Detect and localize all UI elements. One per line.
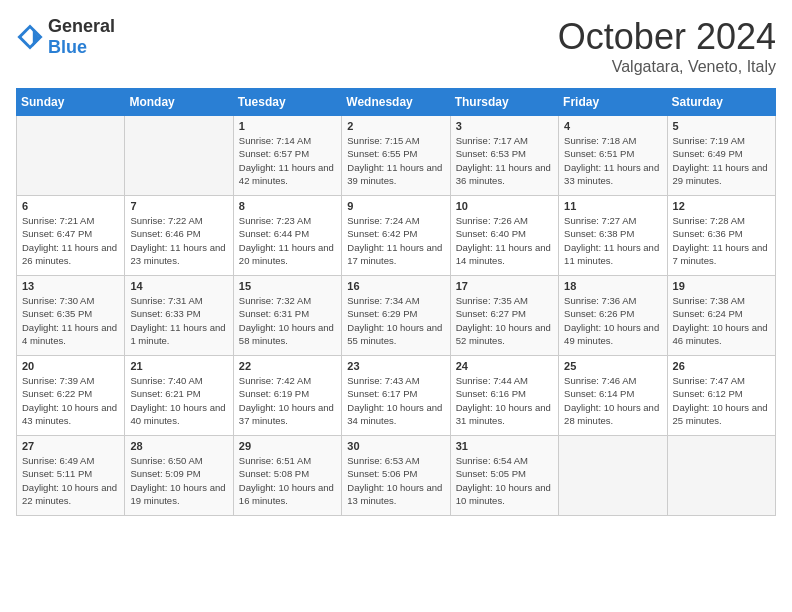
day-number: 7 (130, 200, 227, 212)
calendar-cell: 9Sunrise: 7:24 AM Sunset: 6:42 PM Daylig… (342, 196, 450, 276)
cell-info: Sunrise: 7:39 AM Sunset: 6:22 PM Dayligh… (22, 374, 119, 427)
day-number: 26 (673, 360, 770, 372)
cell-info: Sunrise: 7:19 AM Sunset: 6:49 PM Dayligh… (673, 134, 770, 187)
title-block: October 2024 Valgatara, Veneto, Italy (558, 16, 776, 76)
cell-info: Sunrise: 7:36 AM Sunset: 6:26 PM Dayligh… (564, 294, 661, 347)
calendar-cell (667, 436, 775, 516)
cell-info: Sunrise: 7:34 AM Sunset: 6:29 PM Dayligh… (347, 294, 444, 347)
day-number: 9 (347, 200, 444, 212)
cell-info: Sunrise: 7:43 AM Sunset: 6:17 PM Dayligh… (347, 374, 444, 427)
day-number: 14 (130, 280, 227, 292)
day-number: 3 (456, 120, 553, 132)
calendar-cell: 1Sunrise: 7:14 AM Sunset: 6:57 PM Daylig… (233, 116, 341, 196)
calendar-cell: 25Sunrise: 7:46 AM Sunset: 6:14 PM Dayli… (559, 356, 667, 436)
calendar-cell: 20Sunrise: 7:39 AM Sunset: 6:22 PM Dayli… (17, 356, 125, 436)
calendar-cell: 12Sunrise: 7:28 AM Sunset: 6:36 PM Dayli… (667, 196, 775, 276)
cell-info: Sunrise: 7:35 AM Sunset: 6:27 PM Dayligh… (456, 294, 553, 347)
cell-info: Sunrise: 6:54 AM Sunset: 5:05 PM Dayligh… (456, 454, 553, 507)
calendar-cell (125, 116, 233, 196)
day-number: 21 (130, 360, 227, 372)
header-cell-monday: Monday (125, 89, 233, 116)
cell-info: Sunrise: 7:26 AM Sunset: 6:40 PM Dayligh… (456, 214, 553, 267)
logo: General Blue (16, 16, 115, 58)
calendar-cell: 10Sunrise: 7:26 AM Sunset: 6:40 PM Dayli… (450, 196, 558, 276)
calendar-cell: 30Sunrise: 6:53 AM Sunset: 5:06 PM Dayli… (342, 436, 450, 516)
calendar-cell: 26Sunrise: 7:47 AM Sunset: 6:12 PM Dayli… (667, 356, 775, 436)
cell-info: Sunrise: 7:44 AM Sunset: 6:16 PM Dayligh… (456, 374, 553, 427)
cell-info: Sunrise: 6:49 AM Sunset: 5:11 PM Dayligh… (22, 454, 119, 507)
day-number: 19 (673, 280, 770, 292)
page-header: General Blue October 2024 Valgatara, Ven… (16, 16, 776, 76)
cell-info: Sunrise: 7:15 AM Sunset: 6:55 PM Dayligh… (347, 134, 444, 187)
calendar-cell: 13Sunrise: 7:30 AM Sunset: 6:35 PM Dayli… (17, 276, 125, 356)
logo-blue-text: Blue (48, 37, 87, 57)
calendar-cell: 18Sunrise: 7:36 AM Sunset: 6:26 PM Dayli… (559, 276, 667, 356)
day-number: 18 (564, 280, 661, 292)
header-cell-thursday: Thursday (450, 89, 558, 116)
calendar-cell: 4Sunrise: 7:18 AM Sunset: 6:51 PM Daylig… (559, 116, 667, 196)
day-number: 22 (239, 360, 336, 372)
cell-info: Sunrise: 7:38 AM Sunset: 6:24 PM Dayligh… (673, 294, 770, 347)
calendar-cell: 8Sunrise: 7:23 AM Sunset: 6:44 PM Daylig… (233, 196, 341, 276)
calendar-cell: 16Sunrise: 7:34 AM Sunset: 6:29 PM Dayli… (342, 276, 450, 356)
calendar-cell: 3Sunrise: 7:17 AM Sunset: 6:53 PM Daylig… (450, 116, 558, 196)
calendar-cell: 28Sunrise: 6:50 AM Sunset: 5:09 PM Dayli… (125, 436, 233, 516)
month-title: October 2024 (558, 16, 776, 58)
cell-info: Sunrise: 7:40 AM Sunset: 6:21 PM Dayligh… (130, 374, 227, 427)
day-number: 20 (22, 360, 119, 372)
calendar-table: SundayMondayTuesdayWednesdayThursdayFrid… (16, 88, 776, 516)
calendar-cell (17, 116, 125, 196)
calendar-cell: 29Sunrise: 6:51 AM Sunset: 5:08 PM Dayli… (233, 436, 341, 516)
day-number: 24 (456, 360, 553, 372)
calendar-cell: 7Sunrise: 7:22 AM Sunset: 6:46 PM Daylig… (125, 196, 233, 276)
calendar-week-row: 20Sunrise: 7:39 AM Sunset: 6:22 PM Dayli… (17, 356, 776, 436)
cell-info: Sunrise: 7:46 AM Sunset: 6:14 PM Dayligh… (564, 374, 661, 427)
header-cell-wednesday: Wednesday (342, 89, 450, 116)
cell-info: Sunrise: 7:23 AM Sunset: 6:44 PM Dayligh… (239, 214, 336, 267)
calendar-cell: 14Sunrise: 7:31 AM Sunset: 6:33 PM Dayli… (125, 276, 233, 356)
logo-general-text: General (48, 16, 115, 37)
day-number: 8 (239, 200, 336, 212)
cell-info: Sunrise: 7:17 AM Sunset: 6:53 PM Dayligh… (456, 134, 553, 187)
day-number: 28 (130, 440, 227, 452)
calendar-cell: 17Sunrise: 7:35 AM Sunset: 6:27 PM Dayli… (450, 276, 558, 356)
day-number: 16 (347, 280, 444, 292)
calendar-cell: 19Sunrise: 7:38 AM Sunset: 6:24 PM Dayli… (667, 276, 775, 356)
header-cell-saturday: Saturday (667, 89, 775, 116)
cell-info: Sunrise: 6:53 AM Sunset: 5:06 PM Dayligh… (347, 454, 444, 507)
day-number: 17 (456, 280, 553, 292)
cell-info: Sunrise: 7:18 AM Sunset: 6:51 PM Dayligh… (564, 134, 661, 187)
calendar-cell: 5Sunrise: 7:19 AM Sunset: 6:49 PM Daylig… (667, 116, 775, 196)
day-number: 31 (456, 440, 553, 452)
day-number: 29 (239, 440, 336, 452)
day-number: 1 (239, 120, 336, 132)
cell-info: Sunrise: 6:51 AM Sunset: 5:08 PM Dayligh… (239, 454, 336, 507)
location-title: Valgatara, Veneto, Italy (558, 58, 776, 76)
cell-info: Sunrise: 7:24 AM Sunset: 6:42 PM Dayligh… (347, 214, 444, 267)
cell-info: Sunrise: 7:30 AM Sunset: 6:35 PM Dayligh… (22, 294, 119, 347)
calendar-cell: 11Sunrise: 7:27 AM Sunset: 6:38 PM Dayli… (559, 196, 667, 276)
calendar-cell: 27Sunrise: 6:49 AM Sunset: 5:11 PM Dayli… (17, 436, 125, 516)
day-number: 4 (564, 120, 661, 132)
day-number: 15 (239, 280, 336, 292)
day-number: 11 (564, 200, 661, 212)
cell-info: Sunrise: 7:22 AM Sunset: 6:46 PM Dayligh… (130, 214, 227, 267)
calendar-week-row: 13Sunrise: 7:30 AM Sunset: 6:35 PM Dayli… (17, 276, 776, 356)
day-number: 13 (22, 280, 119, 292)
day-number: 6 (22, 200, 119, 212)
calendar-cell: 22Sunrise: 7:42 AM Sunset: 6:19 PM Dayli… (233, 356, 341, 436)
day-number: 30 (347, 440, 444, 452)
calendar-week-row: 6Sunrise: 7:21 AM Sunset: 6:47 PM Daylig… (17, 196, 776, 276)
calendar-cell: 6Sunrise: 7:21 AM Sunset: 6:47 PM Daylig… (17, 196, 125, 276)
cell-info: Sunrise: 7:47 AM Sunset: 6:12 PM Dayligh… (673, 374, 770, 427)
cell-info: Sunrise: 7:42 AM Sunset: 6:19 PM Dayligh… (239, 374, 336, 427)
day-number: 25 (564, 360, 661, 372)
day-number: 12 (673, 200, 770, 212)
calendar-week-row: 1Sunrise: 7:14 AM Sunset: 6:57 PM Daylig… (17, 116, 776, 196)
header-cell-sunday: Sunday (17, 89, 125, 116)
day-number: 2 (347, 120, 444, 132)
day-number: 10 (456, 200, 553, 212)
logo-icon (16, 23, 44, 51)
cell-info: Sunrise: 7:14 AM Sunset: 6:57 PM Dayligh… (239, 134, 336, 187)
calendar-cell: 21Sunrise: 7:40 AM Sunset: 6:21 PM Dayli… (125, 356, 233, 436)
